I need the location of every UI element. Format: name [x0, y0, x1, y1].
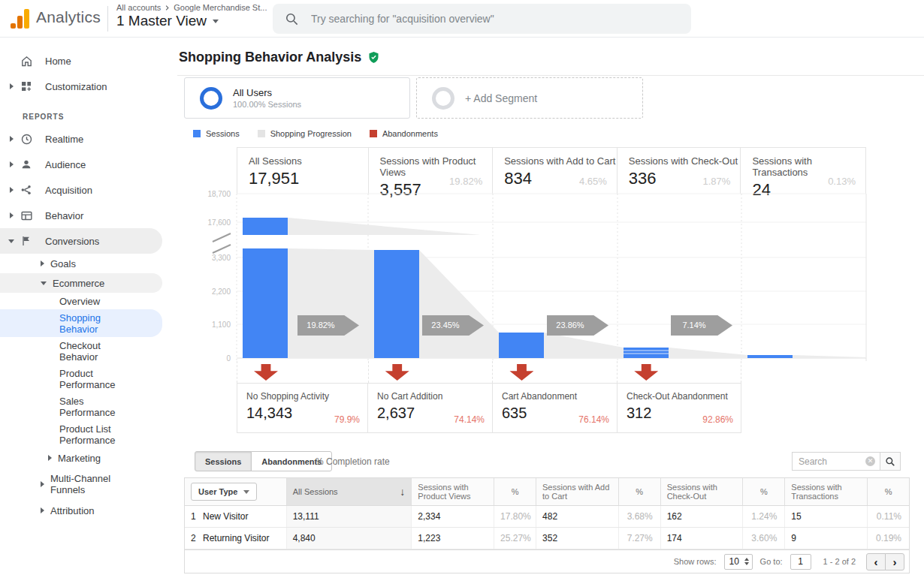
sidebar-item-multi-channel-funnels[interactable]: Multi-Channel Funnels	[0, 471, 177, 498]
breadcrumb-root[interactable]: All accounts	[116, 3, 161, 12]
breadcrumb-entity[interactable]: Google Merchandise St...	[174, 3, 267, 12]
cell-check-out: 162	[660, 506, 743, 527]
verified-shield-icon	[367, 50, 380, 65]
user-type-dropdown[interactable]: User Type	[191, 483, 257, 501]
chevron-down-icon	[213, 20, 219, 23]
app-title[interactable]: Analytics	[36, 8, 101, 26]
next-page-button[interactable]: ›	[885, 553, 904, 570]
goto-page-input[interactable]	[790, 554, 811, 570]
sidebar-item-conversions[interactable]: Conversions	[0, 228, 162, 254]
funnel-stage-stats: All Sessions 17,951 Sessions with Produc…	[237, 147, 866, 194]
collapse-arrow-icon	[8, 239, 14, 243]
previous-page-button[interactable]: ‹	[866, 553, 886, 570]
show-rows-label: Show rows:	[674, 557, 717, 566]
stat-no-cart-addition: No Cart Addition 2,637 74.14%	[368, 384, 493, 432]
sidebar-item-goals[interactable]: Goals	[0, 254, 177, 273]
tab-sessions[interactable]: Sessions	[195, 451, 252, 471]
table-search-input[interactable]	[799, 456, 865, 467]
view-selector[interactable]: 1 Master View	[116, 13, 219, 29]
cell-check-out: 174	[660, 528, 743, 549]
page-title: Shopping Behavior Analysis	[179, 50, 380, 65]
abandonment-arrow-icon	[509, 364, 533, 381]
search-icon	[285, 12, 299, 26]
cell-all-sessions: 4,840	[286, 528, 412, 549]
audience-icon	[20, 158, 33, 171]
legend-swatch	[193, 130, 201, 137]
chart-legend: Sessions Shopping Progression Abandonmen…	[193, 129, 438, 138]
y-axis-tick: 0	[186, 354, 231, 363]
column-header-percent[interactable]: %	[494, 478, 536, 505]
sidebar-item-behavior[interactable]: Behavior	[0, 203, 177, 228]
sidebar-item-attribution[interactable]: Attribution	[0, 501, 177, 520]
legend-swatch	[258, 130, 265, 137]
sidebar-label: Behavior	[45, 210, 83, 221]
chevron-down-icon	[243, 490, 249, 494]
sidebar-item-home[interactable]: Home	[0, 48, 177, 74]
sidebar-label: Acquisition	[45, 185, 92, 196]
column-header-percent[interactable]: %	[618, 478, 660, 505]
sidebar-item-ecommerce[interactable]: Ecommerce	[0, 273, 162, 293]
axis-break-icon	[213, 233, 231, 242]
y-axis-tick: 17,600	[186, 218, 231, 227]
sidebar-label: Audience	[45, 159, 86, 170]
expand-arrow-icon	[41, 507, 44, 513]
clear-search-icon[interactable]: ✕	[865, 456, 875, 466]
global-search-input[interactable]	[311, 13, 679, 25]
cell-percent: 1.24%	[742, 506, 784, 527]
top-header: Analytics All accounts Google Merchandis…	[0, 0, 924, 38]
expand-arrow-icon	[10, 136, 14, 142]
stat-all-sessions: All Sessions 17,951	[237, 148, 369, 194]
add-segment-button[interactable]: + Add Segment	[416, 77, 643, 119]
cell-add-to-cart: 482	[536, 506, 618, 527]
expand-arrow-icon	[10, 187, 14, 193]
y-axis-tick: 2,200	[186, 287, 231, 296]
abandonment-arrow-icon	[254, 364, 278, 381]
stat-add-to-cart: Sessions with Add to Cart 834 4.65%	[493, 148, 618, 194]
page-title-text: Shopping Behavior Analysis	[179, 50, 361, 65]
stat-checkout-abandonment: Check-Out Abandonment 312 92.86%	[618, 384, 741, 432]
table-row[interactable]: 1New Visitor 13,111 2,334 17.80% 482 3.6…	[185, 506, 909, 528]
header-divider	[107, 6, 108, 32]
sidebar-label: Checkout Behavior	[59, 337, 134, 365]
sidebar-item-audience[interactable]: Audience	[0, 152, 177, 177]
sidebar-item-overview[interactable]: Overview	[0, 293, 177, 309]
sidebar-item-product-list-performance[interactable]: Product List Performance	[0, 420, 177, 448]
sidebar-item-realtime[interactable]: Realtime	[0, 126, 177, 152]
y-axis-tick: 3,300	[186, 254, 231, 262]
sidebar-label: Overview	[59, 293, 134, 309]
sidebar-item-product-performance[interactable]: Product Performance	[0, 365, 177, 393]
sidebar-label: Customization	[45, 81, 107, 92]
sidebar-item-shopping-behavior[interactable]: Shopping Behavior	[0, 309, 162, 337]
sidebar-item-marketing[interactable]: Marketing	[0, 448, 177, 468]
expand-arrow-icon	[10, 161, 14, 167]
column-header-all-sessions[interactable]: All Sessions ↓	[286, 478, 412, 505]
abandonment-arrow-icon	[634, 364, 658, 381]
view-name: 1 Master View	[116, 13, 207, 29]
sidebar-item-acquisition[interactable]: Acquisition	[0, 177, 177, 203]
column-header-percent[interactable]: %	[867, 478, 909, 505]
column-header-add-to-cart[interactable]: Sessions with Add to Cart	[536, 478, 618, 505]
table-header: User Type All Sessions ↓ Sessions with P…	[185, 478, 909, 506]
table-row[interactable]: 2Returning Visitor 4,840 1,223 25.27% 35…	[185, 528, 909, 549]
expand-arrow-icon	[41, 481, 44, 487]
home-icon	[20, 54, 33, 68]
row-label: New Visitor	[203, 511, 248, 522]
analytics-logo-icon[interactable]	[11, 9, 30, 29]
column-header-transactions[interactable]: Sessions with Transactions	[784, 478, 867, 505]
show-rows-select[interactable]: 10	[724, 554, 753, 570]
column-header-percent[interactable]: %	[742, 478, 784, 505]
breadcrumb[interactable]: All accounts Google Merchandise St...	[116, 3, 267, 12]
sidebar-item-sales-performance[interactable]: Sales Performance	[0, 393, 177, 420]
completion-rate-toggle[interactable]: % Completion rate	[316, 456, 390, 467]
sidebar-item-customization[interactable]: Customization	[0, 74, 177, 99]
sidebar-item-checkout-behavior[interactable]: Checkout Behavior	[0, 337, 177, 365]
column-header-product-views[interactable]: Sessions with Product Views	[411, 478, 494, 505]
y-axis-tick: 1,100	[186, 321, 231, 329]
table-search-button[interactable]	[880, 452, 901, 471]
sidebar-label: Multi-Channel Funnels	[50, 471, 133, 498]
global-search[interactable]	[273, 4, 691, 34]
legend-item-sessions: Sessions	[193, 129, 240, 138]
column-header-check-out[interactable]: Sessions with Check-Out	[660, 478, 743, 505]
segment-all-users[interactable]: All Users 100.00% Sessions	[184, 77, 410, 119]
column-header-user-type: User Type	[185, 478, 286, 505]
